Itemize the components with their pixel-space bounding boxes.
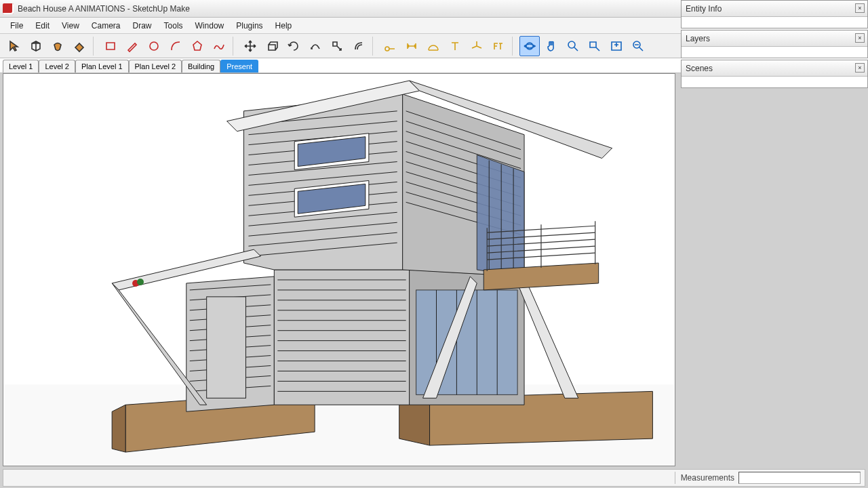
rotate-icon <box>287 39 300 53</box>
freehand-tool[interactable] <box>209 36 229 56</box>
pan-tool[interactable] <box>541 36 561 56</box>
push-icon <box>265 39 279 53</box>
text-icon <box>448 39 462 53</box>
menu-file[interactable]: File <box>4 19 29 33</box>
protractor-tool[interactable] <box>423 36 443 56</box>
select-tool[interactable] <box>4 36 24 56</box>
dimension-tool[interactable] <box>401 36 422 56</box>
circle-tool[interactable] <box>144 36 164 56</box>
free-icon <box>212 39 226 53</box>
panel-entity-info-close[interactable]: × <box>855 3 865 13</box>
rect-icon <box>104 39 117 53</box>
panel-scenes-body <box>682 77 867 87</box>
follow-me-tool[interactable] <box>305 36 326 56</box>
prot-icon <box>427 39 440 53</box>
arc-tool[interactable] <box>165 36 186 56</box>
menu-view[interactable]: View <box>56 19 85 33</box>
bucket-icon <box>51 39 64 53</box>
svg-marker-70 <box>477 155 524 277</box>
move-icon <box>243 39 257 53</box>
panel-scenes-close[interactable]: × <box>855 63 865 73</box>
menu-draw[interactable]: Draw <box>127 19 158 33</box>
scale-tool[interactable] <box>327 36 347 56</box>
scene-tab-level-1[interactable]: Level 1 <box>3 60 39 73</box>
menu-camera[interactable]: Camera <box>85 19 127 33</box>
zoom-extents-tool[interactable] <box>606 36 627 56</box>
zoome-icon <box>610 39 623 53</box>
poly-icon <box>191 39 204 53</box>
side-panels: Entity Info × Layers × Scenes × <box>681 0 868 89</box>
menu-edit[interactable]: Edit <box>29 19 56 33</box>
axes-tool[interactable] <box>467 36 487 56</box>
panel-scenes-header[interactable]: Scenes × <box>682 60 867 77</box>
previous-tool[interactable] <box>628 36 648 56</box>
measurements-label: Measurements <box>681 473 734 483</box>
svg-marker-5 <box>399 398 430 445</box>
rotate-tool[interactable] <box>283 36 304 56</box>
cursor-icon <box>7 39 21 53</box>
3d-text-tool[interactable] <box>488 36 509 56</box>
panel-entity-info: Entity Info × <box>681 0 868 28</box>
polygon-tool[interactable] <box>187 36 208 56</box>
offset-icon <box>352 39 366 53</box>
measurements-input[interactable] <box>738 472 861 484</box>
panel-layers-close[interactable]: × <box>855 33 865 43</box>
circle-icon <box>147 39 161 53</box>
zoom-tool[interactable] <box>563 36 583 56</box>
line-tool[interactable] <box>122 36 142 56</box>
menu-plugins[interactable]: Plugins <box>230 19 269 33</box>
panel-layers-body <box>682 47 867 58</box>
menu-tools[interactable]: Tools <box>158 19 189 33</box>
pencil-icon <box>125 39 139 53</box>
orbit-icon <box>523 39 536 53</box>
eraser-tool[interactable] <box>69 36 90 56</box>
scene-tab-building[interactable]: Building <box>182 60 220 73</box>
axes-icon <box>470 39 484 53</box>
paint-bucket-tool[interactable] <box>47 36 68 56</box>
panel-layers: Layers × <box>681 30 868 58</box>
scene-tab-plan-level-1[interactable]: Plan Level 1 <box>75 60 129 73</box>
offset-tool[interactable] <box>349 36 369 56</box>
scene-tab-level-2[interactable]: Level 2 <box>39 60 75 73</box>
zoomw-icon <box>588 39 601 53</box>
menu-help[interactable]: Help <box>269 19 298 33</box>
make-component-tool[interactable] <box>26 36 46 56</box>
panel-entity-info-header[interactable]: Entity Info × <box>682 1 867 17</box>
prev-icon <box>631 39 645 53</box>
eraser-icon <box>73 39 86 53</box>
tape-measure-tool[interactable] <box>380 36 400 56</box>
viewport-3d[interactable] <box>3 73 675 466</box>
panel-layers-title: Layers <box>686 34 710 43</box>
3dtext-icon <box>492 39 505 53</box>
push-pull-tool[interactable] <box>262 36 282 56</box>
dim-icon <box>405 39 418 53</box>
tape-icon <box>383 39 397 53</box>
scene-tab-plan-level-2[interactable]: Plan Level 2 <box>129 60 182 73</box>
svg-marker-3 <box>112 405 125 452</box>
window-title: Beach House A ANIMATIONS - SketchUp Make <box>18 4 190 14</box>
panel-layers-header[interactable]: Layers × <box>682 30 867 47</box>
panel-entity-info-body <box>682 17 867 28</box>
menu-window[interactable]: Window <box>189 19 231 33</box>
move-tool[interactable] <box>240 36 260 56</box>
zoom-window-tool[interactable] <box>585 36 605 56</box>
text-tool[interactable] <box>445 36 465 56</box>
scene-tab-present[interactable]: Present <box>220 60 258 73</box>
box-icon <box>29 39 43 53</box>
pan-icon <box>545 39 558 53</box>
orbit-tool[interactable] <box>519 36 540 56</box>
app-icon <box>3 3 14 14</box>
svg-point-88 <box>137 279 144 285</box>
zoom-icon <box>566 39 580 53</box>
svg-rect-18 <box>207 297 246 398</box>
status-bar: Measurements <box>3 469 865 487</box>
panel-entity-info-title: Entity Info <box>686 4 722 14</box>
follow-icon <box>309 39 322 53</box>
panel-scenes: Scenes × <box>681 60 868 88</box>
arc-icon <box>169 39 182 53</box>
scale-icon <box>330 39 344 53</box>
panel-scenes-title: Scenes <box>686 64 713 73</box>
rectangle-tool[interactable] <box>100 36 121 56</box>
